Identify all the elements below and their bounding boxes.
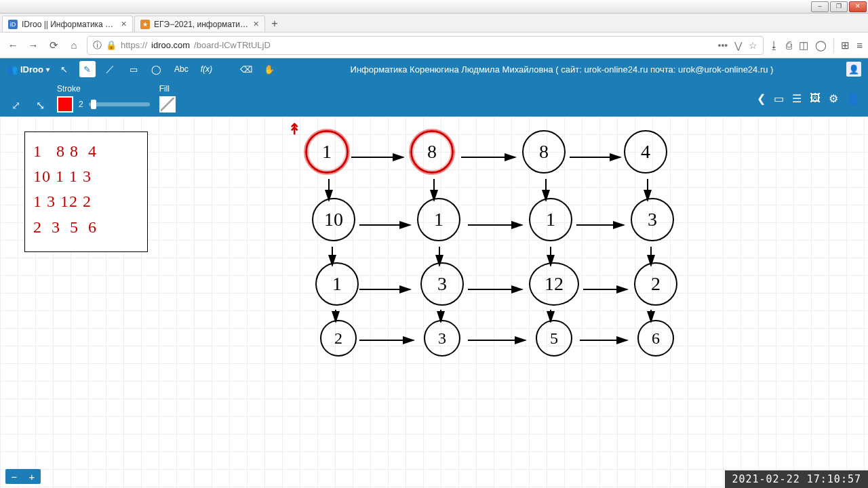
stroke-width-value: 2 <box>79 100 83 109</box>
tab-label: ЕГЭ−2021, информатика: зад… <box>154 20 249 29</box>
graph-node: 3 <box>631 198 674 241</box>
pen-tool[interactable]: ✎ <box>79 61 96 77</box>
chevron-down-icon: ▾ <box>46 66 50 73</box>
graph-node: 1 <box>529 198 572 241</box>
participants-icon[interactable]: 👤 <box>846 92 860 105</box>
graph-node: 12 <box>529 262 579 306</box>
matrix-row: 1 3 12 2 <box>33 189 139 214</box>
browser-tab-bar: iD IDroo || Информатика Корен… ✕ ★ ЕГЭ−2… <box>0 14 868 33</box>
graph-node: 10 <box>312 198 355 241</box>
image-icon[interactable]: 🖼 <box>810 92 821 104</box>
formula-tool[interactable]: f(x) <box>198 61 215 77</box>
matrix-row: 1 8 8 4 <box>33 139 139 164</box>
site-info-icon[interactable]: ⓘ <box>93 39 102 52</box>
stroke-label: Stroke <box>57 84 150 94</box>
brand-icon: 👥 <box>7 64 18 75</box>
back-button[interactable]: ← <box>5 38 20 53</box>
graph-node: 1 <box>417 198 460 241</box>
url-protocol: https:// <box>121 40 147 50</box>
close-tab-icon[interactable]: ✕ <box>253 20 259 28</box>
graph-node: 3 <box>420 262 464 306</box>
board-title: Информатика Коренюгина Людмила Михайловн… <box>284 64 840 75</box>
graph-node: 2 <box>320 320 357 357</box>
tab-label: IDroo || Информатика Корен… <box>22 20 117 29</box>
bookmark-star-icon[interactable]: ☆ <box>749 40 757 51</box>
graph-node: 3 <box>424 320 460 357</box>
window-titlebar: – ❐ ✕ <box>0 0 868 14</box>
graph-node: 4 <box>624 130 667 174</box>
graph-node: 1 <box>315 262 359 306</box>
brand-label: IDroo <box>20 64 43 75</box>
whiteboard-canvas[interactable]: 1 8 8 4 10 1 1 3 1 3 12 2 2 3 5 6 ↟ <box>0 117 868 488</box>
graph-node: 6 <box>637 320 674 357</box>
eraser-tool[interactable]: ⌫ <box>238 61 254 77</box>
text-tool[interactable]: Abc <box>172 61 191 77</box>
share-icon[interactable]: ❮ <box>757 92 766 105</box>
stroke-width-slider[interactable] <box>89 102 150 106</box>
browser-url-bar: ← → ⟳ ⌂ ⓘ 🔒 https://idroo.com/board-lCwT… <box>0 33 868 58</box>
favicon-icon: ★ <box>140 20 150 29</box>
url-host: idroo.com <box>151 40 190 50</box>
browser-tab-idroo[interactable]: iD IDroo || Информатика Корен… ✕ <box>2 16 133 32</box>
chat-icon[interactable]: ▭ <box>774 92 784 105</box>
document-icon[interactable]: ☰ <box>792 92 802 105</box>
matrix-row: 2 3 5 6 <box>33 215 139 240</box>
url-field[interactable]: ⓘ 🔒 https://idroo.com/board-lCwTRtULjD •… <box>87 36 764 55</box>
zoom-control: − + <box>5 469 41 484</box>
browser-tab-ege[interactable]: ★ ЕГЭ−2021, информатика: зад… ✕ <box>134 16 265 32</box>
pointer-tool[interactable]: ↖ <box>56 61 73 77</box>
app-toolbar: 👥 IDroo ▾ ↖ ✎ ／ ▭ ◯ Abc f(x) ⌫ ✋ Информа… <box>0 58 868 80</box>
close-tab-icon[interactable]: ✕ <box>121 20 127 28</box>
hand-tool[interactable]: ✋ <box>261 61 277 77</box>
matrix-box: 1 8 8 4 10 1 1 3 1 3 12 2 2 3 5 6 <box>24 131 148 252</box>
expand-icon[interactable]: ⤡ <box>33 98 47 113</box>
graph-node: 5 <box>536 320 572 357</box>
app-sub-toolbar: ⤢ ⤡ Stroke 2 Fill ❮ ▭ ☰ 🖼 ⚙ 👤 <box>0 80 868 117</box>
rectangle-tool[interactable]: ▭ <box>125 61 142 77</box>
reader-icon[interactable]: ⋁ <box>734 40 742 51</box>
favicon-icon: iD <box>8 20 18 29</box>
fill-color-swatch[interactable] <box>159 96 176 113</box>
stroke-color-swatch[interactable] <box>57 96 73 113</box>
extensions-icon[interactable]: ⊞ <box>841 39 850 52</box>
account-icon[interactable]: ◯ <box>815 39 827 52</box>
new-tab-button[interactable]: + <box>267 16 283 32</box>
app-brand[interactable]: 👥 IDroo ▾ <box>7 64 50 75</box>
window-minimize-button[interactable]: – <box>811 1 829 12</box>
zoom-out-button[interactable]: − <box>5 469 23 484</box>
red-arrow-mark: ↟ <box>288 121 300 138</box>
zoom-in-button[interactable]: + <box>23 469 41 484</box>
url-path: /board-lCwTRtULjD <box>194 40 271 50</box>
menu-icon[interactable]: ≡ <box>856 39 863 51</box>
line-tool[interactable]: ／ <box>102 61 119 77</box>
window-close-button[interactable]: ✕ <box>849 1 867 12</box>
home-button[interactable]: ⌂ <box>66 38 81 53</box>
graph-node: 8 <box>522 130 566 174</box>
forward-button[interactable]: → <box>26 38 41 53</box>
recording-timestamp: 2021-02-22 17:10:57 <box>725 470 868 488</box>
separator <box>833 38 834 53</box>
fill-label: Fill <box>159 84 176 94</box>
library-icon[interactable]: ⎙ <box>786 39 792 51</box>
ellipse-tool[interactable]: ◯ <box>149 61 165 77</box>
matrix-row: 10 1 1 3 <box>33 164 139 189</box>
window-maximize-button[interactable]: ❐ <box>830 1 848 12</box>
sidebar-icon[interactable]: ◫ <box>799 39 808 52</box>
graph-node: 8 <box>410 130 454 174</box>
graph-node: 2 <box>634 262 677 306</box>
reload-button[interactable]: ⟳ <box>46 38 61 53</box>
lock-icon: 🔒 <box>106 40 117 50</box>
download-icon[interactable]: ⭳ <box>769 39 779 51</box>
collapse-icon[interactable]: ⤢ <box>8 98 23 113</box>
page-actions-icon[interactable]: ••• <box>718 40 728 51</box>
settings-icon[interactable]: ⚙ <box>829 92 838 105</box>
graph-node: 1 <box>305 130 349 174</box>
user-avatar[interactable]: 👤 <box>846 62 861 77</box>
